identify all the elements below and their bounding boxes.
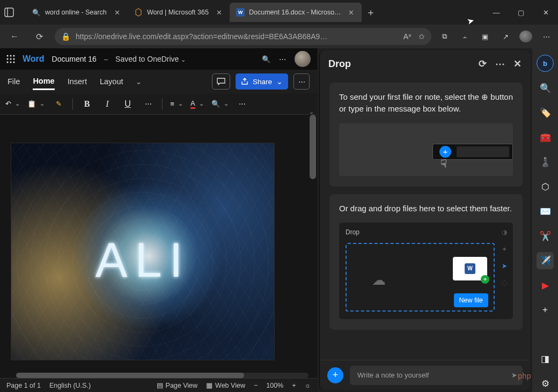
search-icon[interactable]: 🔍 [262,55,270,63]
brightness-icon[interactable]: ☼ [305,382,311,389]
tab-label: word online - Search [45,9,108,16]
share-icon[interactable]: ↗ [499,33,512,41]
more-tabs-icon[interactable]: ⌄ [136,78,142,86]
save-status[interactable]: Saved to OneDrive⌄ [115,55,186,63]
separator: – [104,55,108,63]
tab-document[interactable]: W Document 16.docx - Microsoft W ✕ [230,3,362,22]
zoom-level[interactable]: 100% [266,382,283,389]
image-text: ALI [95,233,190,288]
more-icon[interactable]: ⋯ [495,58,505,70]
app-launcher-icon[interactable] [6,55,15,63]
align-button[interactable]: ≡⌄ [170,100,183,108]
add-button[interactable]: + [327,367,343,383]
close-icon[interactable]: ✕ [513,58,522,70]
demo-side-icon: ✦ [502,245,507,254]
share-icon [241,78,248,85]
shopping-icon[interactable]: ▣ [479,33,491,41]
drop-tip-card-2: Or drag and drop files here to select th… [329,194,523,330]
underline-button[interactable]: U [121,99,134,109]
sidebar-office-icon[interactable]: ⬡ [537,178,554,195]
demo-side-icon: ◑ [502,228,507,237]
sidebar-shopping-icon[interactable]: 🏷️ [537,104,554,121]
favorite-icon[interactable]: ✩ [418,32,425,41]
bold-button[interactable]: B [80,99,93,109]
tab-insert[interactable]: Insert [68,74,87,89]
sidebar-settings-icon[interactable]: ⚙ [537,375,554,392]
sidebar-clip-icon[interactable]: ✂️ [537,227,554,245]
file-card: W [453,257,487,280]
tab-actions-icon[interactable] [4,8,24,17]
zoom-out-button[interactable]: − [254,382,258,389]
cloud-upload-icon: ☁ [372,270,386,291]
lock-icon: 🔒 [61,32,70,41]
toolbar-more-button[interactable]: ⋯ [236,100,249,108]
refresh-icon[interactable]: ⟳ [479,58,487,70]
note-input[interactable]: Write a note to yourself ➤ [350,366,523,385]
share-button[interactable]: Share ⌄ [236,73,288,90]
word-brand[interactable]: Word [23,54,45,64]
close-icon[interactable]: ✕ [215,9,223,17]
collections-icon[interactable]: ⧉ [438,32,451,41]
sidebar-youtube-icon[interactable]: ▶ [537,277,554,294]
note-placeholder: Write a note to yourself [357,371,429,379]
close-icon[interactable]: ✕ [347,9,355,17]
sidebar-tools-icon[interactable]: 🧰 [537,129,554,146]
ribbon-tabs: File Home Insert Layout ⌄ Share ⌄ ⋯ [0,70,317,93]
url-text: https://onedrive.live.com/edit.aspx?acti… [76,32,398,41]
zoom-in-button[interactable]: + [292,382,296,389]
comments-button[interactable] [212,73,230,90]
svg-point-5 [7,58,9,60]
find-button[interactable]: 🔍⌄ [211,100,229,108]
vertical-scrollbar[interactable] [310,115,316,179]
url-input[interactable]: 🔒 https://onedrive.live.com/edit.aspx?ac… [55,28,431,45]
italic-button[interactable]: I [101,99,114,109]
document-title[interactable]: Document 16 [52,55,97,63]
sidebar-split-icon[interactable]: ◨ [537,350,554,367]
demo-side-icon: ➤ [502,262,507,271]
sidebar-games-icon[interactable]: ♟️ [537,153,554,171]
more-font-button[interactable]: ⋯ [142,100,155,108]
sidebar-search-icon[interactable]: 🔍 [537,79,554,97]
paste-button[interactable]: 📋⌄ [27,100,45,108]
tab-search[interactable]: 🔍 word online - Search ✕ [26,3,128,22]
drop-tip-text-2: Or drag and drop files here to select th… [339,203,513,215]
word-app-pane: Word Document 16 – Saved to OneDrive⌄ 🔍 … [0,48,317,392]
reader-mode-icon[interactable]: Aᵃ [403,32,411,41]
new-tab-button[interactable]: ＋ [366,6,376,19]
drop-demo-add: + ☟ [339,123,513,176]
more-icon[interactable]: ⋯ [540,33,553,41]
font-color-button[interactable]: A⌄ [190,99,204,109]
maximize-button[interactable]: ▢ [509,0,533,25]
document-canvas[interactable]: ALI [0,115,317,378]
word-icon: W [236,8,245,17]
send-icon[interactable]: ➤ [511,371,517,379]
sidebar-outlook-icon[interactable]: ✉️ [537,203,554,220]
undo-button[interactable]: ↶⌄ [5,100,20,108]
back-button[interactable]: ← [5,32,24,41]
web-view-button[interactable]: ▦Web View [206,381,245,389]
page-indicator[interactable]: Page 1 of 1 [6,382,41,389]
user-avatar[interactable] [295,51,311,67]
more-icon[interactable]: ⋯ [279,55,286,63]
refresh-button[interactable]: ⟳ [30,32,48,42]
tab-file[interactable]: File [8,74,20,89]
bing-chat-icon[interactable]: b [537,55,554,72]
close-icon[interactable]: ✕ [113,9,121,17]
sidebar-add-icon[interactable]: + [537,301,554,319]
language-indicator[interactable]: English (U.S.) [49,382,91,389]
tab-microsoft365[interactable]: Word | Microsoft 365 ✕ [128,3,230,22]
close-window-button[interactable]: ✕ [533,0,558,25]
health-icon[interactable]: ⫠ [458,33,471,41]
document-image[interactable]: ALI [11,143,275,360]
page-view-button[interactable]: ▤Page View [157,381,198,389]
format-painter-button[interactable]: ✎ [52,100,65,108]
ribbon-more-button[interactable]: ⋯ [293,73,310,90]
sidebar-drop-icon[interactable]: ✈️ [537,252,554,269]
tab-home[interactable]: Home [33,73,54,90]
ribbon-toolbar: ↶⌄ 📋⌄ ✎ B I U ⋯ ≡⌄ A⌄ 🔍⌄ ⋯ ⌄ [0,93,317,115]
profile-avatar[interactable] [519,31,532,42]
minimize-button[interactable]: ― [484,0,509,25]
svg-point-2 [7,55,9,57]
tab-layout[interactable]: Layout [100,74,123,89]
horizontal-scrollbar[interactable] [16,373,309,378]
